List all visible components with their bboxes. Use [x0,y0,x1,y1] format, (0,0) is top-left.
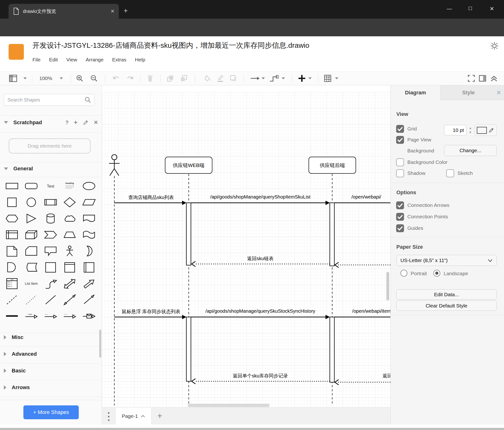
message-label[interactable]: 返回sku链表 [246,255,275,262]
shape-diamond[interactable] [60,196,79,209]
shape-callout[interactable] [41,245,60,258]
menu-arrange[interactable]: Arrange [86,57,104,63]
shape-step[interactable] [41,229,60,242]
shape-source-target-arrow[interactable] [60,310,79,323]
delete-icon[interactable] [146,75,154,82]
grid-size-input[interactable] [444,125,467,135]
scratchpad-edit-icon[interactable] [83,120,89,125]
canvas-vertical-scrollbar[interactable] [386,272,389,300]
actor-figure[interactable] [109,155,120,176]
change-background-button[interactable]: Change... [444,145,497,156]
message-label[interactable]: /api/goods/shopManage/querySkuStockSyncH… [204,308,316,314]
message-label[interactable]: /api/goods/shopManage/queryShopItemSkuLi… [209,194,312,200]
diagram-canvas[interactable]: 供应链WEB端 供应链后端 查询店铺商品sku列表 /api/goods/sho… [102,85,390,407]
grid-size-spinner[interactable]: ▲▼ [468,125,473,135]
redo-icon[interactable] [126,75,134,82]
grid-color-button[interactable] [475,124,497,136]
message-label[interactable]: /open/webapi/item [351,308,390,314]
sidebar-section-arrows[interactable]: Arrows [4,384,30,391]
shadow-checkbox[interactable] [396,169,404,177]
expand-arrow-icon[interactable] [4,352,6,356]
sketch-checkbox[interactable] [446,169,454,177]
shape-horizontal-line[interactable] [2,310,21,323]
toggle-panels-icon[interactable] [9,75,17,82]
pages-menu-icon[interactable]: ●●● [108,411,109,422]
more-shapes-button[interactable]: + More Shapes [23,405,79,419]
shape-cloud[interactable] [60,212,79,225]
undo-icon[interactable] [112,75,120,82]
theme-toggle-icon[interactable] [490,41,499,51]
shape-source-arrow[interactable] [41,310,60,323]
to-front-icon[interactable] [167,75,174,82]
sidebar-section-basic[interactable]: Basic [4,368,26,374]
waypoint-style-icon[interactable] [269,74,279,82]
shadow-icon[interactable] [230,75,237,82]
shape-dotted-line[interactable] [22,294,41,307]
format-panel-icon[interactable] [479,75,486,82]
shape-trapezoid[interactable] [60,229,79,242]
zoom-out-icon[interactable] [90,75,98,82]
shape-list[interactable]: ListItem 1Item 2Item 3 [2,277,21,290]
scratchpad-close-icon[interactable]: ✕ [94,120,98,126]
expand-arrow-icon[interactable] [4,369,6,373]
scratchpad-help-icon[interactable]: ? [65,120,69,126]
shape-document[interactable] [80,212,99,225]
general-section[interactable]: General [4,166,33,172]
menu-extras[interactable]: Extras [112,57,126,63]
collapse-icon[interactable] [490,74,498,82]
sidebar-scrollbar[interactable] [99,330,101,358]
collapse-arrow-icon[interactable] [4,168,8,170]
window-maximize-button[interactable]: ☐ [468,6,472,11]
message-label[interactable]: 鼠标悬浮 库存同步状态列表 [120,308,182,315]
canvas-horizontal-scrollbar[interactable] [188,404,270,407]
sidebar-section-advanced[interactable]: Advanced [4,351,37,357]
shape-ellipse[interactable] [80,180,99,193]
panel-close-icon[interactable]: ✕ [496,85,504,100]
menu-view[interactable]: View [66,57,77,63]
table-caret-icon[interactable] [335,77,338,79]
message-label[interactable]: 返回 [381,373,390,379]
shape-directional-connector[interactable] [80,294,99,307]
lifeline-head-web[interactable]: 供应链WEB端 [165,157,212,174]
window-minimize-button[interactable]: — [447,6,452,12]
shape-actor[interactable] [60,245,79,258]
shape-data-storage[interactable] [22,261,41,274]
fill-color-icon[interactable] [204,75,212,82]
shape-rectangle[interactable] [2,180,21,193]
landscape-radio[interactable] [433,270,440,277]
shape-curve[interactable] [41,277,60,290]
fullscreen-icon[interactable] [467,74,475,82]
shape-card[interactable] [22,245,41,258]
shape-label-arrow[interactable]: Label [22,310,41,323]
browser-tab[interactable]: drawio文件预览 ✕ [9,4,119,19]
toggle-panels-caret-icon[interactable] [23,77,27,79]
tab-style[interactable]: Style [441,85,496,100]
shape-process[interactable] [41,196,60,209]
connection-points-checkbox[interactable] [396,213,404,221]
paper-size-select[interactable]: US-Letter (8,5" x 11") [396,255,497,266]
message-label[interactable]: 查询店铺商品sku列表 [127,194,175,201]
connection-arrows-checkbox[interactable] [396,201,404,209]
shape-cube[interactable] [22,229,41,242]
connection-style-caret-icon[interactable] [261,77,265,79]
shape-triangle[interactable] [22,212,41,225]
search-input[interactable] [4,97,84,103]
menu-help[interactable]: Help [135,57,145,63]
connection-style-icon[interactable] [250,75,260,82]
shape-square[interactable] [2,196,21,209]
shape-and[interactable] [2,261,21,274]
shape-bidirectional-connector[interactable] [60,294,79,307]
scratchpad-add-icon[interactable]: + [74,119,77,126]
insert-icon[interactable] [298,74,306,82]
scratchpad-dropzone[interactable]: Drag elements here [9,138,91,154]
shape-line[interactable] [41,294,60,307]
shape-vertical-container[interactable] [60,261,79,274]
search-icon[interactable] [84,96,91,103]
line-color-icon[interactable] [216,75,224,82]
guides-checkbox[interactable] [396,224,404,232]
message-label[interactable]: /open/webapi/ [350,194,383,200]
insert-caret-icon[interactable] [308,77,312,79]
shape-heading[interactable]: Heading [60,180,79,193]
message-label[interactable]: 返回单个sku库存同步记录 [232,373,289,379]
grid-checkbox[interactable] [396,125,404,133]
